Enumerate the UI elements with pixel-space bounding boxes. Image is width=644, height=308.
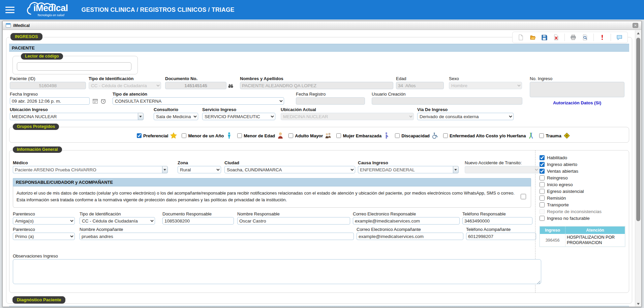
close-icon[interactable]: ✕ bbox=[633, 23, 638, 28]
new-document-icon[interactable] bbox=[517, 34, 524, 41]
status-ingreso-no-facturable-checkbox[interactable] bbox=[540, 216, 545, 221]
status-remisi-n[interactable]: Remisión bbox=[540, 196, 627, 201]
alerts-icon[interactable] bbox=[599, 34, 606, 41]
telefono-responsable-input[interactable] bbox=[462, 217, 532, 225]
menu-icon[interactable] bbox=[5, 7, 14, 13]
status-remisi-n-checkbox[interactable] bbox=[540, 196, 545, 201]
open-folder-icon[interactable] bbox=[529, 34, 536, 41]
status-habilitado[interactable]: Habilitado bbox=[540, 155, 627, 160]
grupo-discapacidad-checkbox[interactable] bbox=[395, 133, 400, 138]
consent-checkbox[interactable] bbox=[521, 194, 526, 199]
documento-responsable-input[interactable] bbox=[162, 217, 234, 225]
logo-text: iMedical bbox=[33, 4, 68, 13]
telefono-acompanante-input[interactable] bbox=[466, 233, 536, 240]
fecha-ingreso-input[interactable] bbox=[10, 97, 90, 105]
toolbar-separator bbox=[593, 34, 594, 41]
vertical-scrollbar[interactable] bbox=[635, 30, 641, 307]
status-inicio-egreso-checkbox[interactable] bbox=[540, 182, 545, 187]
logo-tagline: Tecnología en salud bbox=[33, 14, 68, 17]
grupo-trauma[interactable]: Trauma bbox=[539, 132, 570, 139]
tipo-identificacion-resp-select[interactable]: CC - Cédula de Ciudadanía bbox=[80, 217, 155, 225]
save-icon[interactable] bbox=[541, 34, 548, 41]
table-row[interactable]: 396456 HOSPITALIZACION POR PROGRAMACION bbox=[540, 234, 625, 246]
grupo-adulto-mayor[interactable]: Adulto Mayor bbox=[288, 132, 332, 139]
scroll-up-icon[interactable] bbox=[635, 30, 641, 36]
documento-field: Documento No. bbox=[165, 74, 226, 89]
status-egreso-asistencial[interactable]: Egreso asistencial bbox=[540, 189, 627, 194]
causa-ingreso-dropdown-icon[interactable] bbox=[453, 166, 459, 173]
print-preview-icon[interactable] bbox=[582, 34, 588, 41]
grupo-menor-de-edad[interactable]: Menor de Edad bbox=[237, 132, 284, 139]
clock-icon[interactable] bbox=[100, 98, 106, 104]
zona-select[interactable]: Rural bbox=[178, 166, 221, 173]
status-ingreso-abierto-checkbox[interactable] bbox=[540, 162, 545, 167]
ubicacion-ingreso-dropdown-icon[interactable] bbox=[138, 113, 144, 120]
parentesco2-select[interactable]: Primo (a) bbox=[13, 233, 75, 240]
ingresos-tab[interactable]: INGRESOS bbox=[10, 33, 42, 40]
sexo-label: Sexo bbox=[449, 76, 522, 81]
status-ingreso-no-facturable[interactable]: Ingreso no facturable bbox=[540, 216, 627, 221]
status-label: Ingreso no facturable bbox=[547, 216, 590, 221]
ingresos-panel: INGRESOS PACIENTE Lector de código Pacie… bbox=[6, 37, 632, 304]
status-reporte-de-inconsistencias: Reporte de inconsistencias bbox=[540, 209, 627, 214]
observaciones-textarea[interactable] bbox=[13, 259, 541, 284]
documento-responsable-field: Documento Responsable bbox=[162, 209, 234, 225]
ciudad-select[interactable]: Soacha, CUNDINAMARCA bbox=[224, 166, 355, 173]
grupo-mujer-embarazada[interactable]: Mujer Embarazada bbox=[336, 132, 391, 139]
servicio-ingreso-select[interactable]: SERVICIO FARMACEUTIC bbox=[202, 113, 275, 120]
child-icon bbox=[277, 132, 284, 139]
grupos-protegidos-box: Grupos Protegidos PreferencialMenor de u… bbox=[9, 127, 629, 143]
status-transporte[interactable]: Transporte bbox=[540, 202, 627, 207]
status-ventas-abiertas-checkbox[interactable] bbox=[540, 169, 545, 174]
comments-icon[interactable] bbox=[616, 34, 623, 41]
table-cell-atencion: HOSPITALIZACION POR PROGRAMACION bbox=[565, 234, 625, 246]
status-ventas-abiertas[interactable]: Ventas abiertas bbox=[540, 169, 627, 174]
grupo-preferencial-checkbox[interactable] bbox=[137, 133, 142, 138]
medico-input[interactable] bbox=[13, 166, 162, 173]
grupo-mujer-embarazada-checkbox[interactable] bbox=[336, 133, 341, 138]
causa-ingreso-input[interactable] bbox=[358, 166, 453, 173]
status-egreso-asistencial-checkbox[interactable] bbox=[540, 189, 545, 194]
print-icon[interactable] bbox=[570, 34, 577, 41]
status-inicio-egreso[interactable]: Inicio egreso bbox=[540, 182, 627, 187]
status-habilitado-checkbox[interactable] bbox=[540, 155, 545, 160]
scrollbar-thumb[interactable] bbox=[636, 38, 640, 221]
grupo-discapacidad[interactable]: Discapacidad bbox=[395, 132, 439, 139]
breadcrumb[interactable]: GESTION CLINICA / REGISTROS CLINICOS / T… bbox=[82, 6, 235, 13]
codigo-input[interactable] bbox=[17, 62, 131, 71]
status-ingreso-abierto[interactable]: Ingreso abierto bbox=[540, 162, 627, 167]
calendar-icon[interactable] bbox=[92, 98, 98, 104]
correo-acompanante-input[interactable] bbox=[357, 233, 463, 240]
status-reingreso[interactable]: Reingreso bbox=[540, 175, 627, 180]
scroll-down-icon[interactable] bbox=[635, 301, 641, 307]
delete-document-icon[interactable] bbox=[553, 34, 559, 41]
parentesco1-field: Parentesco Amiga(o) bbox=[13, 209, 75, 225]
ciudad-label: Ciudad bbox=[224, 160, 355, 165]
ubicacion-ingreso-input[interactable] bbox=[10, 113, 138, 120]
grupo-menor-de-edad-checkbox[interactable] bbox=[237, 133, 242, 138]
parentesco1-select[interactable]: Amiga(o) bbox=[13, 217, 75, 225]
status-transporte-checkbox[interactable] bbox=[540, 202, 545, 207]
status-label: Remisión bbox=[547, 196, 566, 201]
consultorio-select[interactable]: Sala de Medicina N bbox=[154, 113, 198, 120]
medico-dropdown-icon[interactable] bbox=[162, 166, 168, 173]
grupo-trauma-checkbox[interactable] bbox=[539, 133, 544, 138]
grupo-menor-de-un-a-o[interactable]: Menor de un Año bbox=[182, 132, 233, 139]
grupo-menor-de-un-a-o-checkbox[interactable] bbox=[182, 133, 186, 138]
autorizacion-datos-link[interactable]: Autorización Datos (Si) bbox=[530, 100, 624, 105]
grupo-enfermedad-alto-costo-y-o-huerfana[interactable]: Enfermedad Alto Costo y/o Huerfana bbox=[443, 132, 535, 139]
grupo-enfermedad-alto-costo-y-o-huerfana-checkbox[interactable] bbox=[443, 133, 448, 138]
correo-responsable-input[interactable] bbox=[353, 217, 460, 225]
diagnostico-paciente-badge[interactable]: Diagnóstico Paciente bbox=[12, 296, 65, 304]
tipo-atencion-select[interactable]: CONSULTA EXTERNA bbox=[113, 97, 284, 105]
nombre-acompanante-input[interactable] bbox=[80, 233, 354, 240]
nombre-responsable-field: Nombre Responsable bbox=[237, 209, 350, 225]
grupo-preferencial[interactable]: Preferencial bbox=[137, 132, 177, 139]
nombres-field: Nombres y Apellidos bbox=[240, 74, 393, 89]
status-reingreso-checkbox[interactable] bbox=[540, 175, 545, 180]
grupo-adulto-mayor-checkbox[interactable] bbox=[288, 133, 293, 138]
nombre-responsable-input[interactable] bbox=[237, 217, 350, 225]
via-ingreso-select[interactable]: Derivado de consulta externa bbox=[417, 113, 514, 120]
search-patient-binoculars-icon[interactable] bbox=[227, 82, 234, 89]
usuario-creacion-field: Usuario Creación bbox=[372, 89, 522, 105]
